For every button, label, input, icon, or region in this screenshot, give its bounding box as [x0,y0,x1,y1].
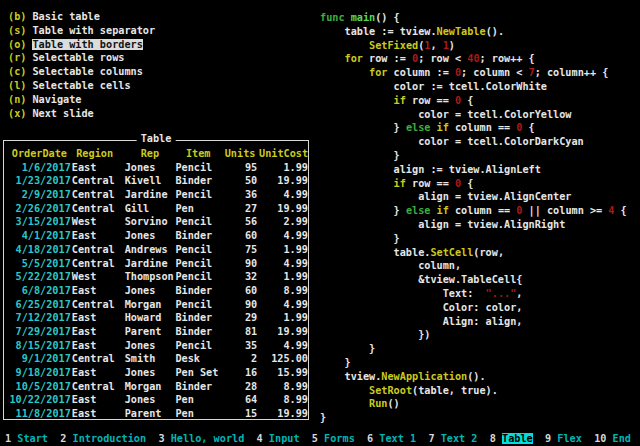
code-token: , [430,40,442,51]
code-line: }) [320,328,627,342]
code-line: color = tcell.ColorDarkCyan [320,135,627,149]
code-line: &tview.TableCell{ [320,273,627,287]
code-line: Run() [320,397,627,411]
statusbar-item[interactable]: 6 Text 1 [367,433,416,444]
code-token: align := tview.AlignLeft [320,164,541,175]
table-cell: 4.99 [259,257,308,271]
code-line: } [320,411,627,425]
table-row[interactable]: 7/12/2017EastHowardBinder291.99 [8,311,308,325]
statusbar-item[interactable]: 9 Flex [545,433,582,444]
table-cell: Pencil [175,188,221,202]
slide-label: Forms [324,433,355,444]
table-cell: 8.99 [259,284,308,298]
table-row[interactable]: 10/5/2017CentralMorganBinder288.99 [8,380,308,394]
table-row[interactable]: 5/5/2017CentralJardinePencil904.99 [8,257,308,271]
table-row[interactable]: 8/15/2017EastJonesPencil354.99 [8,339,308,353]
code-token: color := tcell.ColorWhite [320,81,547,92]
table-cell: East [72,161,118,175]
status-bar: 1 Start 2 Introduction 3 Hello, world 4 … [0,431,640,446]
menu-item[interactable]: (s)Table with separator [8,24,155,38]
table-row[interactable]: 2/9/2017CentralJardinePencil364.99 [8,188,308,202]
table-cell: Binder [175,380,221,394]
code-token: } [320,412,326,423]
table-header-cell: Item [175,147,221,161]
table-cell: 7/29/2017 [8,325,71,339]
code-line: column, [320,259,627,273]
table-cell: 56 [223,215,257,229]
code-token: { [461,178,473,189]
statusbar-item[interactable]: 8 Table [490,433,533,444]
code-token [320,67,369,78]
code-line: } else if column == 0 || column >= 4 { [320,204,627,218]
statusbar-item[interactable]: 1 Start [5,433,48,444]
table-cell: 5/5/2017 [8,257,71,271]
table-cell: 125.00 [259,352,308,366]
table-cell: Jones [125,366,176,380]
table-row[interactable]: 1/23/2017CentralKivellBinder5019.99 [8,174,308,188]
menu-item-label: Next slide [32,108,93,119]
table-cell: Parent [125,325,176,339]
menu-item[interactable]: (r)Selectable rows [8,51,155,65]
table-row[interactable]: 9/18/2017EastJonesPen Set1615.99 [8,366,308,380]
table-cell: 5/22/2017 [8,270,71,284]
code-token: &tview.TableCell{ [320,274,522,285]
table-cell: 2/9/2017 [8,188,71,202]
code-line: } [320,232,627,246]
statusbar-item[interactable]: 5 Forms [312,433,355,444]
code-token [320,385,369,396]
table-row[interactable]: 2/26/2017CentralGillPen2719.99 [8,202,308,216]
table-row[interactable]: 4/1/2017EastJonesBinder604.99 [8,229,308,243]
code-token: Run [369,398,387,409]
table-row[interactable]: 5/22/2017WestThompsonPencil321.99 [8,270,308,284]
slide-number: 9 [545,433,557,444]
table-cell: Binder [175,284,221,298]
slide-label: Input [269,433,300,444]
code-token: (row, [473,247,504,258]
table-cell: Jones [125,229,176,243]
table-row[interactable]: 9/1/2017CentralSmithDesk2125.00 [8,352,308,366]
table-cell: Andrews [125,243,176,257]
table-row[interactable]: 7/29/2017EastParentBinder8119.99 [8,325,308,339]
menu-item-label: Basic table [32,11,99,22]
code-token: ; column++ { [535,67,609,78]
table-row[interactable]: 11/8/2017EastParentPen1519.99 [8,407,308,421]
statusbar-item[interactable]: 2 Introduction [60,433,146,444]
table-cell: 95 [223,161,257,175]
code-token: } [320,233,400,244]
menu-item[interactable]: (n)Navigate [8,93,155,107]
menu-item[interactable]: (c)Selectable columns [8,65,155,79]
table-row[interactable]: 4/18/2017CentralAndrewsPencil751.99 [8,243,308,257]
table-cell: 90 [223,298,257,312]
table-cell: Pencil [175,161,221,175]
menu-item[interactable]: (b)Basic table [8,10,155,24]
statusbar-item[interactable]: 3 Hello, world [158,433,244,444]
table-row[interactable]: 3/15/2017WestSorvinoPencil562.99 [8,215,308,229]
table-row[interactable]: 6/25/2017CentralMorganPencil904.99 [8,298,308,312]
menu-item[interactable]: (l)Selectable cells [8,79,155,93]
table-cell: 6/8/2017 [8,284,71,298]
statusbar-item[interactable]: 7 Text 2 [428,433,477,444]
menu-item[interactable]: (x)Next slide [8,107,155,121]
table-row[interactable]: 10/22/2017EastJonesPen648.99 [8,393,308,407]
statusbar-item[interactable]: 4 Input [257,433,300,444]
slide-number: 5 [312,433,324,444]
code-token: for [369,67,387,78]
code-token [320,95,394,106]
table-cell: Howard [125,311,176,325]
table-cell: Jones [125,161,176,175]
statusbar-item[interactable]: 10 End [594,433,631,444]
menu-shortcut: (n) [8,94,26,105]
table-row[interactable]: 6/8/2017EastJonesBinder608.99 [8,284,308,298]
code-token: Align: align, [320,316,522,327]
menu-item-label: Selectable cells [32,80,130,91]
table-cell: 75 [223,243,257,257]
table-row[interactable]: 1/6/2017EastJonesPencil951.99 [8,161,308,175]
menu-item[interactable]: (o)Table with borders [8,38,155,52]
code-token: { [522,122,534,133]
table-cell: Jardine [125,257,176,271]
code-line: align = tview.AlignCenter [320,190,627,204]
code-token: () [387,398,399,409]
slide-number: 3 [158,433,170,444]
table-cell: 32 [223,270,257,284]
table-cell: Morgan [125,298,176,312]
